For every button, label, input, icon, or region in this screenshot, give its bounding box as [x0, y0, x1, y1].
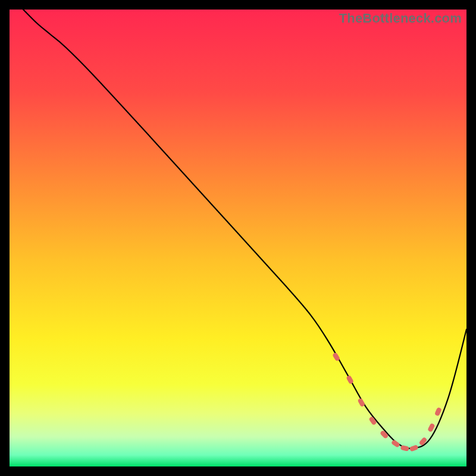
chart-plot-area: [10, 10, 466, 466]
gradient-background: [10, 10, 466, 466]
chart-frame: TheBottleneck.com: [10, 10, 466, 466]
watermark-text: TheBottleneck.com: [339, 11, 462, 26]
chart-svg: [10, 10, 466, 466]
